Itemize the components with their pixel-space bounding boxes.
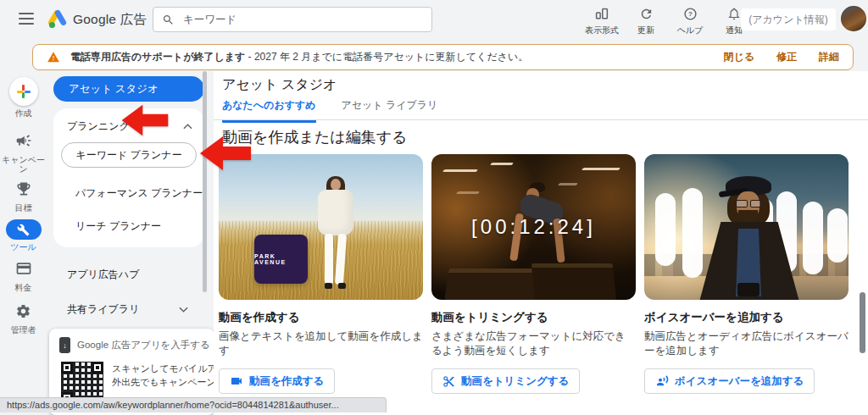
card-row: PARK AVENUE 動画を作成する 画像とテキストを追加して動画を作成します… — [219, 154, 849, 394]
nav-create[interactable]: 作成 — [2, 39, 46, 119]
create-video-image: PARK AVENUE — [219, 154, 423, 300]
account-info[interactable]: (アカウント情報) — [741, 8, 836, 30]
card-title: 動画を作成する — [219, 310, 423, 325]
chevron-down-icon — [179, 307, 188, 313]
help-icon: ? — [683, 5, 698, 22]
refresh-icon — [639, 5, 654, 22]
brand-tile-overlay: PARK AVENUE — [254, 235, 308, 284]
sidebar-item-asset-studio[interactable]: アセット スタジオ — [53, 76, 204, 102]
timestamp-overlay: [00:12:24] — [431, 215, 636, 239]
nav-campaigns[interactable]: キャンペーン — [2, 132, 46, 174]
app-title: Google 広告 — [73, 11, 147, 29]
banner-message: - 2027 年 2 月までに電話番号アセットに更新してください。 — [245, 50, 528, 64]
videocam-icon — [230, 374, 243, 388]
banner-fix-link[interactable]: 修正 — [776, 50, 797, 64]
refresh-button[interactable]: 更新 — [627, 5, 665, 36]
search-input[interactable] — [181, 13, 423, 26]
scissors-icon — [442, 375, 455, 388]
nav-billing[interactable]: 料金 — [2, 260, 46, 293]
credit-card-icon — [15, 260, 32, 280]
nav-goals[interactable]: 目標 — [2, 180, 46, 213]
sidebar-item-keyword-planner[interactable]: キーワード プランナー — [61, 142, 197, 168]
create-video-button[interactable]: 動画を作成する — [219, 368, 335, 394]
google-ads-logo — [46, 8, 69, 30]
appearance-button[interactable]: 表示形式 — [583, 5, 620, 36]
add-voiceover-button[interactable]: ボイスオーバーを追加する — [644, 368, 815, 394]
search-box[interactable] — [153, 7, 432, 32]
card-trim-video: [00:12:24] 動画をトリミングする さまざまな広告フォーマットに対応でき… — [431, 154, 636, 394]
annotation-arrow-planning — [121, 103, 169, 137]
annotation-arrow-keyword-planner — [200, 135, 251, 172]
sidebar-item-reach-planner[interactable]: リーチ プランナー — [53, 219, 204, 234]
tools-icon[interactable] — [6, 219, 42, 240]
banner-details-link[interactable]: 詳細 — [819, 50, 839, 64]
sidebar-item-shared-library[interactable]: 共有ライブラリ — [47, 302, 214, 317]
card-add-voiceover: ボイスオーバーを追加する 動画広告とオーディオ広告にボイスオーバーを追加します … — [644, 154, 849, 394]
promo-title: Google 広告アプリを入手する — [77, 339, 210, 351]
campaign-icon — [15, 132, 32, 152]
topbar-actions: 表示形式 更新 ? ヘルプ 通知 — [583, 5, 753, 36]
sidebar-item-performance-planner[interactable]: パフォーマンス プランナー — [53, 186, 204, 201]
nav-admin[interactable]: 管理者 — [2, 303, 46, 335]
card-create-video: PARK AVENUE 動画を作成する 画像とテキストを追加して動画を作成します… — [219, 154, 423, 394]
trophy-icon — [15, 180, 32, 201]
topbar: Google 広告 表示形式 更新 ? — [0, 0, 868, 39]
sidebar: アセット スタジオ プランニング キーワード プランナー パフォーマンス プラン… — [47, 39, 214, 415]
card-description: さまざまな広告フォーマットに対応できるよう動画を短くします — [431, 329, 636, 358]
gear-icon — [15, 303, 31, 323]
voice-over-icon — [655, 374, 669, 388]
create-plus-icon[interactable] — [9, 77, 38, 106]
banner-close-link[interactable]: 閉じる — [723, 50, 754, 64]
card-title: 動画をトリミングする — [431, 310, 636, 325]
voiceover-image — [644, 154, 849, 300]
search-icon — [162, 14, 175, 26]
card-description: 画像とテキストを追加して動画を作成します — [219, 329, 423, 358]
nav-tools[interactable]: ツール — [2, 213, 46, 252]
menu-icon[interactable] — [19, 13, 34, 25]
card-title: ボイスオーバーを追加する — [644, 310, 849, 325]
page-scrollbar[interactable] — [860, 292, 865, 353]
card-description: 動画広告とオーディオ広告にボイスオーバーを追加します — [644, 329, 849, 358]
trim-video-image: [00:12:24] — [431, 154, 636, 300]
status-url-bar: https://ads.google.com/aw/keywordplanner… — [0, 397, 387, 412]
help-button[interactable]: ? ヘルプ — [671, 5, 709, 36]
bell-icon — [727, 5, 741, 22]
svg-text:?: ? — [688, 10, 693, 18]
sidebar-item-app-ads-hub[interactable]: アプリ広告ハブ — [47, 268, 214, 282]
google-ads-window: Google 広告 表示形式 更新 ? — [0, 0, 868, 415]
sidebar-scrollbar[interactable] — [203, 71, 207, 292]
tab-divider — [214, 119, 868, 120]
appearance-icon — [594, 5, 609, 22]
page-title: アセット スタジオ — [222, 76, 337, 94]
trim-video-button[interactable]: 動画をトリミングする — [431, 368, 580, 394]
man-with-camera-illustration — [697, 169, 802, 300]
chevron-up-icon — [183, 124, 192, 130]
nav-rail: 作成 キャンペーン 目標 ツール 料金 — [0, 39, 47, 415]
phone-download-icon: ↓ — [59, 337, 70, 353]
avatar[interactable] — [841, 6, 866, 31]
main-content: アセット スタジオ あなたへのおすすめ アセット ライブラリ 動画を作成または編… — [214, 71, 868, 415]
